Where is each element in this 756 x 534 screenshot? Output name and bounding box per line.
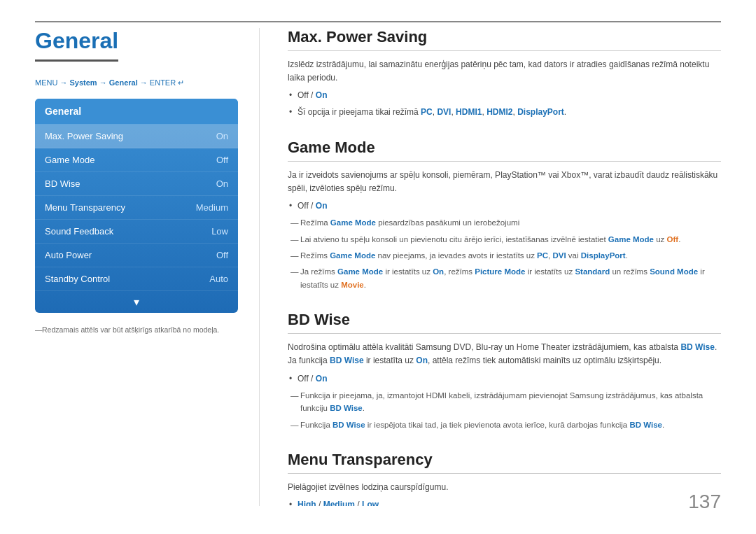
menu-item-label: Game Mode [45,155,95,165]
dash-game-4: Ja režīms Game Mode ir iestatīts uz On, … [293,265,721,291]
page-title: General [35,28,118,62]
bullet-note-max: Šī opcija ir pieejama tikai režīmā PC, D… [298,106,721,119]
bullet-off-on-max: Off / On [298,89,721,102]
menu-item-bd-wise[interactable]: BD Wise On [35,172,238,196]
menu-item-label: Menu Transparency [45,202,125,213]
menu-item-value: On [216,131,228,141]
menu-item-value: Low [211,226,228,237]
menu-item-label: Max. Power Saving [45,131,123,141]
menu-item-max-power-saving[interactable]: Max. Power Saving On [35,125,238,148]
section-bd-wise: BD Wise Nodrošina optimālu attēla kvalit… [288,311,721,431]
section-menu-transparency: Menu Transparency Pielāgojiet izvēlnes l… [288,451,721,506]
section-desc-menu-transparency: Pielāgojiet izvēlnes lodziņa caurspīdīgu… [288,481,721,494]
menu-item-standby-control[interactable]: Standby Control Auto [35,267,238,291]
page-number: 137 [688,491,721,513]
menu-item-auto-power[interactable]: Auto Power Off [35,244,238,267]
menu-item-value: Auto [209,274,228,284]
menu-item-value: Off [216,250,228,260]
menu-item-value: Medium [196,202,228,213]
menu-item-sound-feedback[interactable]: Sound Feedback Low [35,220,238,244]
scroll-down-arrow[interactable]: ▾ [35,291,238,313]
dash-game-3: Režīms Game Mode nav pieejams, ja ievade… [293,249,721,262]
breadcrumb-menu: MENU [35,78,57,87]
menu-item-label: BD Wise [45,178,80,189]
section-title-max-power-saving: Max. Power Saving [288,28,721,51]
menu-item-label: Sound Feedback [45,226,113,237]
section-title-menu-transparency: Menu Transparency [288,451,721,474]
section-max-power-saving: Max. Power Saving Izslēdz izstrādājumu, … [288,28,721,119]
menu-item-label: Standby Control [45,274,110,284]
right-panel: Max. Power Saving Izslēdz izstrādājumu, … [259,28,721,506]
menu-box: General Max. Power Saving On Game Mode O… [35,99,238,313]
section-desc-game-mode: Ja ir izveidots savienojums ar spēļu kon… [288,169,721,195]
breadcrumb-general: General [109,78,138,87]
menu-item-label: Auto Power [45,250,92,260]
left-panel: General MENU → System → General → ENTER … [35,28,259,506]
bullet-high-medium-low: High / Medium / Low [298,498,721,506]
menu-item-game-mode[interactable]: Game Mode Off [35,148,238,172]
bullet-off-on-bd: Off / On [298,372,721,386]
dash-game-2: Lai atvieno tu spēļu konsoli un pievieno… [293,233,721,246]
breadcrumb: MENU → System → General → ENTER ↵ [35,78,238,87]
menu-item-value: On [216,178,228,189]
dash-bd-1: Funkcija ir pieejama, ja, izmantojot HDM… [293,389,721,415]
menu-item-menu-transparency[interactable]: Menu Transparency Medium [35,196,238,220]
bullet-off-on-game: Off / On [298,199,721,213]
menu-header: General [35,99,238,125]
section-title-bd-wise: BD Wise [288,311,721,334]
section-game-mode: Game Mode Ja ir izveidots savienojums ar… [288,139,721,292]
breadcrumb-system: System [70,78,97,87]
section-desc-bd-wise: Nodrošina optimālu attēla kvalitāti Sams… [288,341,721,367]
dash-bd-2: Funkcija BD Wise ir iespējota tikai tad,… [293,419,721,431]
top-divider [35,21,721,22]
section-title-game-mode: Game Mode [288,139,721,162]
dash-game-1: Režīma Game Mode piesardzības pasākumi u… [293,216,721,229]
section-desc-max-power-saving: Izslēdz izstrādājumu, lai samazinātu ene… [288,58,721,85]
menu-item-value: Off [216,155,228,165]
footnote: Redzamais attēls var būt atšķirīgs atkar… [35,325,238,334]
